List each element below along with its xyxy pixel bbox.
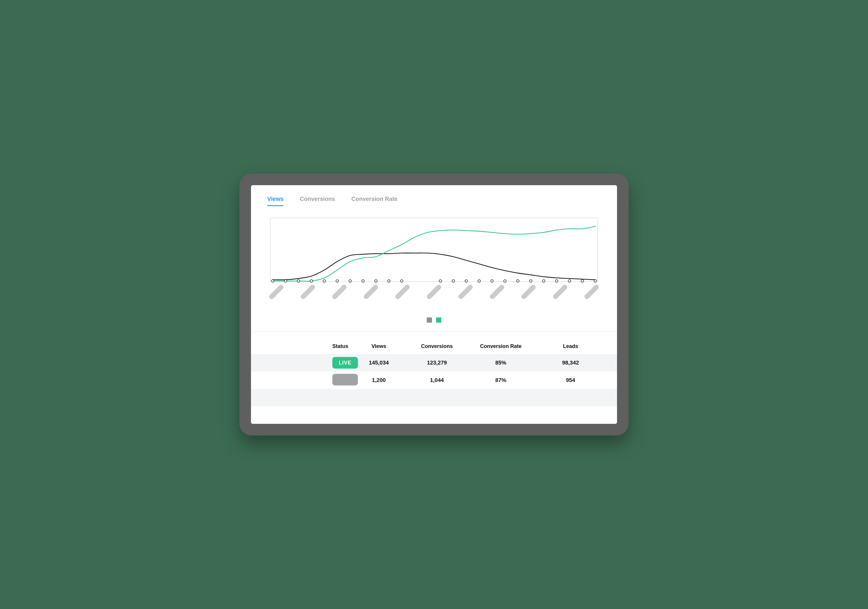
tab-conversions[interactable]: Conversions <box>300 196 335 206</box>
table-row: LIVE 145,034 123,279 85% 98,342 <box>251 354 617 371</box>
svg-point-8 <box>362 280 364 282</box>
svg-rect-30 <box>426 284 442 300</box>
table-header-row: Status Views Conversions Conversion Rate… <box>251 332 617 354</box>
svg-rect-35 <box>584 284 600 300</box>
svg-point-15 <box>478 280 480 282</box>
svg-point-23 <box>581 280 584 282</box>
cell-leads: 98,342 <box>536 360 605 366</box>
svg-point-12 <box>439 280 442 282</box>
table-row-empty <box>251 389 617 406</box>
svg-rect-0 <box>270 218 598 281</box>
cell-status: LIVE <box>291 357 350 368</box>
svg-point-13 <box>452 280 455 282</box>
cell-conversion-rate: 87% <box>466 377 536 384</box>
table-row: 1,200 1,044 87% 954 <box>251 371 617 389</box>
chart-legend <box>251 315 617 331</box>
svg-point-18 <box>516 280 519 282</box>
svg-point-6 <box>336 280 338 282</box>
svg-rect-26 <box>300 284 316 300</box>
svg-point-16 <box>491 280 493 282</box>
th-conversion-rate: Conversion Rate <box>466 343 536 350</box>
svg-rect-32 <box>489 284 505 300</box>
metric-tabs: Views Conversions Conversion Rate <box>251 185 617 206</box>
cell-conversions: 123,279 <box>408 360 466 366</box>
tab-views[interactable]: Views <box>267 196 284 206</box>
svg-point-9 <box>375 280 377 282</box>
svg-point-21 <box>555 280 558 282</box>
svg-point-20 <box>542 280 545 282</box>
svg-point-1 <box>271 280 274 282</box>
svg-point-4 <box>310 280 313 282</box>
cell-leads: 954 <box>536 377 605 384</box>
svg-rect-29 <box>394 284 411 300</box>
svg-point-7 <box>349 280 352 282</box>
cell-conversions: 1,044 <box>408 377 466 384</box>
th-leads: Leads <box>536 343 605 350</box>
th-views: Views <box>350 343 408 350</box>
svg-point-2 <box>284 280 287 282</box>
views-line-chart <box>267 215 601 312</box>
svg-point-11 <box>401 280 403 282</box>
svg-rect-34 <box>552 284 568 300</box>
svg-rect-27 <box>331 284 347 300</box>
th-conversions: Conversions <box>408 343 466 350</box>
svg-point-17 <box>504 280 506 282</box>
svg-rect-31 <box>457 284 474 300</box>
svg-point-24 <box>594 280 597 282</box>
svg-point-10 <box>388 280 390 282</box>
svg-point-22 <box>568 280 571 282</box>
device-frame: Views Conversions Conversion Rate Status… <box>239 174 629 436</box>
cell-status <box>291 374 350 387</box>
svg-rect-25 <box>268 284 284 300</box>
metrics-table: Status Views Conversions Conversion Rate… <box>251 332 617 424</box>
svg-rect-33 <box>521 284 537 300</box>
svg-point-14 <box>465 280 468 282</box>
svg-point-5 <box>323 280 326 282</box>
legend-swatch-b <box>436 317 441 323</box>
th-status: Status <box>291 343 350 350</box>
legend-swatch-a <box>427 317 432 323</box>
svg-rect-28 <box>363 284 379 300</box>
tab-conversion-rate[interactable]: Conversion Rate <box>352 196 398 206</box>
dashboard-screen: Views Conversions Conversion Rate Status… <box>251 185 617 424</box>
chart-container <box>251 206 617 315</box>
cell-conversion-rate: 85% <box>466 360 536 366</box>
svg-point-19 <box>530 280 532 282</box>
svg-point-3 <box>297 280 300 282</box>
cell-views: 145,034 <box>350 360 408 366</box>
cell-views: 1,200 <box>350 377 408 384</box>
